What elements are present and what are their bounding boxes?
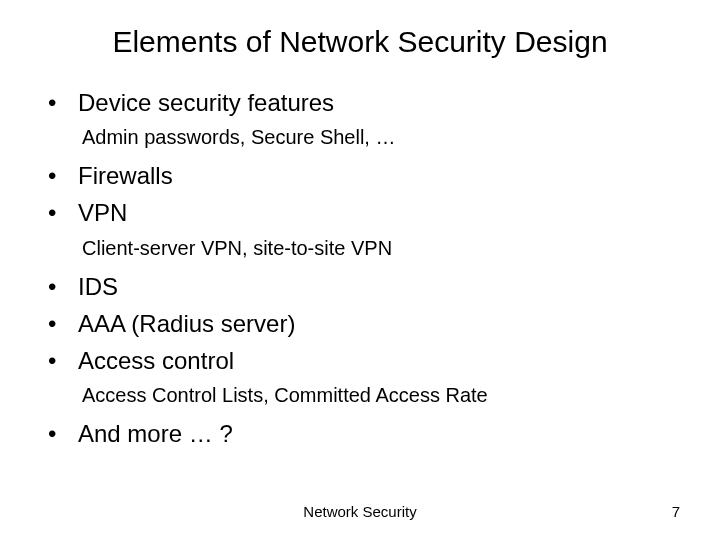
list-item: • Access control bbox=[48, 345, 680, 376]
page-number: 7 bbox=[672, 503, 680, 520]
list-item-label: And more … ? bbox=[78, 418, 233, 449]
list-item-label: VPN bbox=[78, 197, 127, 228]
bullet-icon: • bbox=[48, 345, 78, 376]
list-item: • VPN bbox=[48, 197, 680, 228]
list-item: • AAA (Radius server) bbox=[48, 308, 680, 339]
list-item: • IDS bbox=[48, 271, 680, 302]
sub-list-item: Admin passwords, Secure Shell, … bbox=[48, 124, 680, 150]
sub-list-item: Client-server VPN, site-to-site VPN bbox=[48, 235, 680, 261]
list-item: • Device security features bbox=[48, 87, 680, 118]
list-item-label: Device security features bbox=[78, 87, 334, 118]
list-item-label: IDS bbox=[78, 271, 118, 302]
list-item: • Firewalls bbox=[48, 160, 680, 191]
slide-content: • Device security features Admin passwor… bbox=[40, 87, 680, 449]
list-item-label: AAA (Radius server) bbox=[78, 308, 295, 339]
list-item-label: Firewalls bbox=[78, 160, 173, 191]
bullet-icon: • bbox=[48, 160, 78, 191]
bullet-icon: • bbox=[48, 308, 78, 339]
bullet-icon: • bbox=[48, 271, 78, 302]
sub-list-item: Access Control Lists, Committed Access R… bbox=[48, 382, 680, 408]
slide-title: Elements of Network Security Design bbox=[40, 25, 680, 59]
bullet-icon: • bbox=[48, 197, 78, 228]
list-item: • And more … ? bbox=[48, 418, 680, 449]
bullet-icon: • bbox=[48, 418, 78, 449]
footer-title: Network Security bbox=[303, 503, 416, 520]
list-item-label: Access control bbox=[78, 345, 234, 376]
slide-footer: Network Security 7 bbox=[0, 503, 720, 520]
bullet-icon: • bbox=[48, 87, 78, 118]
